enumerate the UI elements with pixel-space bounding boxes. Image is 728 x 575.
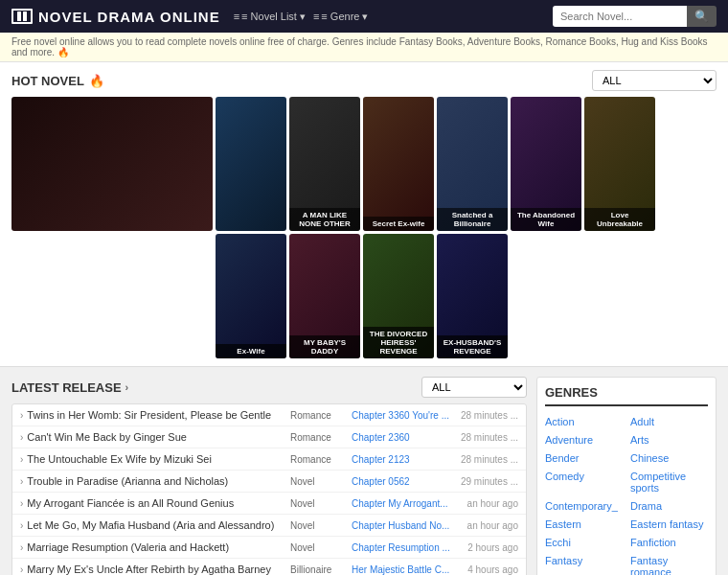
book-cover-feature[interactable]	[11, 97, 213, 231]
book-cover-2[interactable]: A MAN LIKE NONE OTHER	[289, 97, 360, 231]
list-icon: ≡	[234, 11, 239, 22]
genre-icon: ≡	[313, 11, 319, 22]
novel-time: 28 minutes ...	[456, 432, 518, 443]
novel-chapter[interactable]: Chapter My Arrogant...	[352, 498, 452, 509]
novel-arrow-icon: ›	[20, 542, 23, 553]
novel-row[interactable]: › Twins in Her Womb: Sir President, Plea…	[12, 404, 526, 426]
novel-title: My Arrogant Fiancée is an All Round Geni…	[27, 497, 286, 509]
nav-novel-list-label: ≡ Novel List ▾	[241, 11, 306, 23]
book-cover-7[interactable]: Ex-Wife	[216, 234, 286, 358]
nav-genre-label: ≡ Genre ▾	[321, 11, 368, 23]
novel-row[interactable]: › Marriage Resumption (Valeria and Hacke…	[12, 537, 526, 559]
book-cover-6[interactable]: Love Unbreakable	[584, 97, 655, 231]
novel-row[interactable]: › Can't Win Me Back by Ginger Sue Romanc…	[12, 426, 526, 448]
latest-filter[interactable]: ALL	[421, 377, 527, 398]
genre-link[interactable]: Drama	[630, 498, 708, 514]
search-bar: 🔍	[553, 6, 717, 27]
genre-link[interactable]: Adventure	[545, 432, 623, 448]
novel-title: Let Me Go, My Mafia Husband (Aria and Al…	[27, 519, 286, 531]
genres-grid: ActionAdultAdventureArtsBenderChineseCom…	[545, 414, 708, 575]
genre-link[interactable]: Action	[545, 414, 623, 429]
info-bar: Free novel online allows you to read com…	[0, 33, 728, 62]
novel-time: 4 hours ago	[456, 564, 518, 575]
fire-icon: 🔥	[89, 74, 104, 88]
book-cover-10[interactable]: EX-HUSBAND'S REVENGE	[437, 234, 508, 358]
book-covers-row1: A MAN LIKE NONE OTHER Secret Ex-wife Sna…	[11, 97, 717, 231]
novel-title: Marry My Ex's Uncle After Rebirth by Aga…	[27, 564, 286, 575]
novel-arrow-icon: ›	[20, 498, 23, 509]
genre-link[interactable]: Eastern fantasy	[630, 517, 708, 532]
genre-link[interactable]: Adult	[630, 414, 708, 429]
genre-link[interactable]: Comedy	[545, 469, 623, 495]
novel-time: 2 hours ago	[456, 542, 518, 553]
book-cover-8[interactable]: MY BABY'S DADDY	[289, 234, 360, 358]
genre-link[interactable]: Arts	[630, 432, 708, 448]
novel-row[interactable]: › My Arrogant Fiancée is an All Round Ge…	[12, 493, 526, 515]
novel-chapter[interactable]: Chapter Husband No...	[352, 520, 452, 531]
novel-title: Trouble in Paradise (Arianna and Nichola…	[27, 475, 286, 487]
novel-arrow-icon: ›	[20, 410, 23, 421]
genre-link[interactable]: Contemporary_	[545, 498, 623, 514]
novel-genre: Romance	[290, 410, 348, 421]
novel-genre: Billionaire	[290, 564, 348, 575]
novel-chapter[interactable]: Chapter 2360	[352, 432, 452, 443]
nav-novel-list[interactable]: ≡ ≡ Novel List ▾	[234, 11, 306, 23]
genre-link[interactable]: Ecchi	[545, 535, 623, 550]
novel-list: › Twins in Her Womb: Sir President, Plea…	[11, 403, 527, 575]
novel-arrow-icon: ›	[20, 520, 23, 531]
latest-header: LATEST RELEASE › ALL	[11, 377, 527, 398]
latest-title: LATEST RELEASE ›	[11, 380, 128, 395]
novel-time: 28 minutes ...	[456, 454, 518, 465]
novel-arrow-icon: ›	[20, 564, 23, 575]
chevron-right-icon: ›	[125, 381, 129, 393]
hot-novel-filter[interactable]: ALL	[592, 70, 717, 91]
hot-novel-label: HOT NOVEL	[11, 74, 84, 88]
hot-novel-title: HOT NOVEL 🔥	[11, 74, 104, 88]
book-cover-9[interactable]: THE DIVORCED HEIRESS' REVENGE	[363, 234, 434, 358]
hot-novel-section: HOT NOVEL 🔥 ALL A MAN LIKE NONE OTHER Se…	[0, 62, 728, 367]
novel-chapter[interactable]: Chapter Resumption ...	[352, 542, 452, 553]
svg-rect-1	[23, 12, 27, 21]
genres-col: GENRES ActionAdultAdventureArtsBenderChi…	[536, 377, 717, 575]
hot-novel-header: HOT NOVEL 🔥 ALL	[11, 70, 717, 91]
search-button[interactable]: 🔍	[687, 6, 717, 27]
book-svg	[16, 11, 28, 22]
genre-link[interactable]: Fanfiction	[630, 535, 708, 550]
novel-title: Can't Win Me Back by Ginger Sue	[27, 431, 286, 443]
search-input[interactable]	[553, 6, 687, 27]
novel-title: Twins in Her Womb: Sir President, Please…	[27, 409, 286, 421]
novel-genre: Romance	[290, 432, 348, 443]
latest-release-col: LATEST RELEASE › ALL › Twins in Her Womb…	[11, 377, 527, 575]
novel-row[interactable]: › The Untouchable Ex Wife by Mizuki Sei …	[12, 448, 526, 471]
book-cover-5[interactable]: The Abandoned Wife	[511, 97, 581, 231]
novel-arrow-icon: ›	[20, 454, 23, 465]
genre-link[interactable]: Fantasy romance	[630, 553, 708, 575]
genres-box: GENRES ActionAdultAdventureArtsBenderChi…	[536, 377, 717, 575]
nav-genre[interactable]: ≡ ≡ Genre ▾	[313, 11, 369, 23]
header: NOVEL DRAMA ONLINE ≡ ≡ Novel List ▾ ≡ ≡ …	[0, 0, 728, 33]
novel-chapter[interactable]: Chapter 3360 You're ...	[352, 410, 452, 421]
genre-link[interactable]: Chinese	[630, 450, 708, 466]
genre-link[interactable]: Eastern	[545, 517, 623, 532]
genre-link[interactable]: Fantasy	[545, 553, 623, 575]
genres-title: GENRES	[545, 385, 708, 406]
novel-genre: Novel	[290, 520, 348, 531]
genre-link[interactable]: Competitive sports	[630, 469, 708, 495]
book-cover-4[interactable]: Snatched a Billionaire	[437, 97, 508, 231]
novel-row[interactable]: › Trouble in Paradise (Arianna and Nicho…	[12, 471, 526, 493]
novel-row[interactable]: › Marry My Ex's Uncle After Rebirth by A…	[12, 559, 526, 575]
book-cover-1[interactable]	[216, 97, 286, 231]
novel-time: 29 minutes ...	[456, 476, 518, 487]
novel-chapter[interactable]: Her Majestic Battle C...	[352, 564, 452, 575]
novel-title: Marriage Resumption (Valeria and Hackett…	[27, 541, 286, 553]
genre-link[interactable]: Bender	[545, 450, 623, 466]
book-cover-3[interactable]: Secret Ex-wife	[363, 97, 434, 231]
novel-row[interactable]: › Let Me Go, My Mafia Husband (Aria and …	[12, 515, 526, 537]
novel-genre: Romance	[290, 454, 348, 465]
latest-label: LATEST RELEASE	[11, 380, 122, 395]
novel-chapter[interactable]: Chapter 2123	[352, 454, 452, 465]
book-covers-row2: Ex-Wife MY BABY'S DADDY THE DIVORCED HEI…	[216, 234, 717, 358]
main-content: LATEST RELEASE › ALL › Twins in Her Womb…	[0, 367, 728, 575]
novel-arrow-icon: ›	[20, 432, 23, 443]
novel-chapter[interactable]: Chapter 0562	[352, 476, 452, 487]
